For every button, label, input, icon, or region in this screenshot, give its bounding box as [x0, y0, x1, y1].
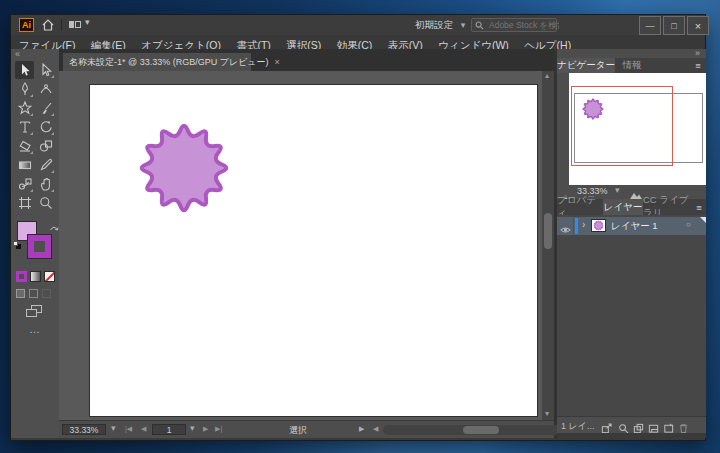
- target-circle-icon[interactable]: ○: [686, 220, 691, 229]
- layer-color-bar: [575, 218, 578, 234]
- draw-behind-mode[interactable]: [29, 289, 38, 298]
- arrange-rect-outline-icon: [75, 21, 81, 28]
- layer-count-label: 1 レイ...: [561, 420, 594, 433]
- visibility-eye-icon[interactable]: [560, 221, 571, 239]
- navigator-star-artwork: [580, 96, 606, 122]
- artboard-tool[interactable]: [15, 194, 34, 212]
- paintbrush-tool[interactable]: [36, 99, 55, 117]
- layers-content: › レイヤー 1 ○: [557, 215, 706, 416]
- collapse-panels-icon[interactable]: »: [695, 48, 700, 58]
- draw-inside-mode[interactable]: [42, 289, 51, 298]
- screen-mode-front-icon: [26, 309, 37, 317]
- gradient-tool[interactable]: [15, 156, 34, 174]
- blend-tool[interactable]: [15, 175, 34, 193]
- selection-corner-indicator: [700, 217, 706, 223]
- layer-name[interactable]: レイヤー 1: [611, 220, 658, 233]
- collapse-toolbar-icon[interactable]: «: [15, 49, 20, 59]
- swap-fill-stroke-icon[interactable]: [49, 219, 59, 237]
- scroll-left-icon[interactable]: ◀: [373, 425, 378, 433]
- artboard-dropdown-icon[interactable]: ▾: [190, 423, 195, 433]
- app-logo-icon: Ai: [19, 18, 34, 32]
- tab-navigator[interactable]: ナビゲーター: [557, 58, 615, 73]
- zoom-tool[interactable]: [36, 194, 55, 212]
- edit-toolbar-button[interactable]: …: [29, 323, 40, 335]
- search-input[interactable]: [487, 19, 561, 31]
- titlebar-separator: [61, 19, 62, 31]
- status-menu-icon[interactable]: ▶: [359, 425, 364, 433]
- gradient-button[interactable]: [30, 271, 41, 282]
- artboard-number-value: 1: [167, 425, 172, 435]
- chevron-down-icon: ▾: [85, 17, 90, 27]
- next-artboard-icon[interactable]: ▶: [203, 425, 208, 433]
- workspace-switcher[interactable]: 初期設定 ▾: [415, 19, 465, 32]
- hand-tool[interactable]: [36, 175, 55, 193]
- none-button[interactable]: [44, 271, 55, 282]
- arrange-rect-icon: [69, 21, 74, 28]
- eyedropper-tool[interactable]: [36, 156, 55, 174]
- status-tool-label: 選択: [289, 424, 307, 437]
- navigator-tabbar: ナビゲーター 情報 ≡: [557, 58, 706, 73]
- layer-row[interactable]: › レイヤー 1 ○: [557, 217, 706, 235]
- star-shape-tool[interactable]: [15, 99, 34, 117]
- document-tabstrip: 名称未設定-1* @ 33.33% (RGB/GPU プレビュー) ×: [59, 49, 554, 71]
- document-tab[interactable]: 名称未設定-1* @ 33.33% (RGB/GPU プレビュー) ×: [63, 53, 251, 71]
- first-artboard-icon[interactable]: |◀: [125, 425, 132, 433]
- horizontal-scrollbar[interactable]: [383, 425, 577, 435]
- draw-normal-mode[interactable]: [16, 289, 25, 298]
- navigator-preview[interactable]: [569, 73, 706, 185]
- layers-panel-menu-icon[interactable]: ≡: [692, 199, 706, 215]
- expand-chevron-icon[interactable]: ›: [582, 219, 585, 230]
- layers-footer: 1 レイ...: [557, 416, 706, 433]
- document-tab-title: 名称未設定-1* @ 33.33% (RGB/GPU プレビュー): [69, 56, 269, 69]
- canvas-pasteboard[interactable]: [59, 71, 542, 420]
- zoom-level-value: 33.33%: [70, 425, 99, 435]
- tab-close-icon[interactable]: ×: [275, 57, 280, 67]
- direct-selection-tool[interactable]: [36, 61, 55, 79]
- desktop: Ai ▾ 初期設定 ▾ — □ ×: [0, 0, 720, 453]
- pen-tool[interactable]: [15, 80, 34, 98]
- window-bottom-edge: [11, 438, 705, 440]
- curvature-tool[interactable]: [36, 80, 55, 98]
- home-icon[interactable]: [41, 18, 55, 32]
- scroll-down-icon[interactable]: ▾: [545, 409, 549, 418]
- default-fill-mini-icon: [13, 241, 18, 246]
- minimize-button[interactable]: —: [639, 16, 661, 35]
- last-artboard-icon[interactable]: ▶|: [215, 425, 222, 433]
- layers-tabbar: プロパティ レイヤー CC ライブラリ ≡: [557, 199, 706, 215]
- search-icon: [475, 21, 484, 30]
- tab-layers[interactable]: レイヤー: [603, 199, 643, 215]
- zoom-dropdown-icon[interactable]: ▾: [111, 423, 116, 433]
- color-button[interactable]: [16, 271, 27, 282]
- maximize-button[interactable]: □: [663, 16, 685, 35]
- horizontal-scroll-thumb[interactable]: [463, 426, 499, 434]
- menubar: ファイル(F) 編集(E) オブジェクト(O) 書式(T) 選択(S) 効果(C…: [11, 35, 705, 49]
- artboard-number-field[interactable]: 1: [152, 424, 186, 435]
- default-fill-stroke-icon[interactable]: [13, 241, 22, 250]
- type-tool[interactable]: [15, 118, 34, 136]
- vertical-scrollbar[interactable]: ▴ ▾: [542, 71, 554, 420]
- selection-tool[interactable]: [15, 61, 34, 79]
- illustrator-window: Ai ▾ 初期設定 ▾ — □ ×: [10, 14, 706, 441]
- tab-info[interactable]: 情報: [615, 58, 649, 73]
- close-button[interactable]: ×: [687, 16, 709, 35]
- screen-mode-button[interactable]: [26, 305, 43, 317]
- layer-thumbnail[interactable]: [591, 219, 606, 232]
- adobe-stock-search[interactable]: [471, 18, 557, 32]
- zoom-level-field[interactable]: 33.33%: [62, 424, 106, 435]
- eraser-tool[interactable]: [15, 137, 34, 155]
- lock-column[interactable]: [573, 217, 574, 235]
- scroll-up-icon[interactable]: ▴: [545, 71, 549, 80]
- navigator-panel-menu-icon[interactable]: ≡: [691, 58, 705, 73]
- previous-artboard-icon[interactable]: ◀: [141, 425, 146, 433]
- star-artwork[interactable]: [134, 118, 234, 218]
- tab-properties[interactable]: プロパティ: [557, 199, 603, 215]
- panel-column: » ナビゲーター 情報 ≡ 33.33% ▾: [557, 49, 706, 438]
- navigator-zoom-dropdown-icon[interactable]: ▾: [615, 185, 620, 195]
- rotate-tool[interactable]: [36, 118, 55, 136]
- vertical-scroll-thumb[interactable]: [544, 213, 552, 249]
- none-slash-icon: [44, 271, 55, 282]
- arrange-documents-icon[interactable]: ▾: [69, 20, 95, 30]
- stroke-color-swatch[interactable]: [28, 235, 51, 258]
- tab-cc-libraries[interactable]: CC ライブラリ: [643, 199, 695, 215]
- shape-builder-tool[interactable]: [36, 137, 55, 155]
